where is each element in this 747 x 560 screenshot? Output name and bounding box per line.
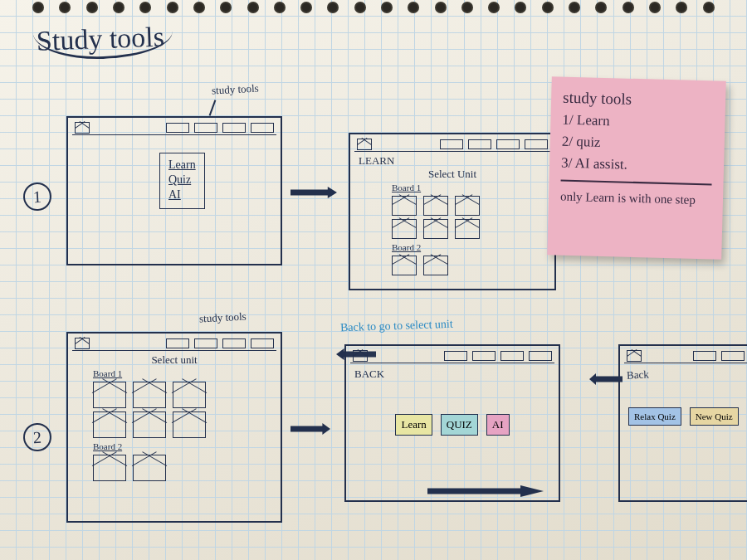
wireframe-2-topbar	[354, 137, 550, 152]
tile-learn[interactable]: Learn	[395, 414, 432, 436]
unit-thumb[interactable]	[455, 219, 480, 239]
sticky-note: study tools 1/ Learn 2/ quiz 3/ AI assis…	[547, 76, 726, 259]
unit-thumb[interactable]	[423, 196, 448, 216]
tile-new-quiz[interactable]: New Quiz	[690, 407, 739, 426]
unit-thumb[interactable]	[93, 411, 126, 438]
annotation-study-tools-2: study tools	[199, 310, 247, 326]
nav-tab[interactable]	[500, 351, 524, 361]
sticky-heading: study tools	[563, 89, 715, 111]
nav-tab[interactable]	[222, 338, 246, 348]
tile-relax-quiz[interactable]: Relax Quiz	[628, 407, 681, 426]
unit-thumb[interactable]	[133, 455, 166, 481]
nav-tab[interactable]	[166, 338, 189, 348]
unit-thumb[interactable]	[173, 411, 206, 438]
unit-thumb[interactable]	[392, 256, 417, 275]
unit-thumb[interactable]	[173, 382, 206, 408]
menu-quiz[interactable]: Quiz	[168, 173, 196, 187]
nav-tab[interactable]	[440, 139, 463, 149]
breadcrumb: LEARN	[359, 154, 546, 168]
unit-thumb[interactable]	[455, 196, 480, 216]
back-button[interactable]: BACK	[354, 368, 384, 381]
study-tools-menu: Learn Quiz AI	[159, 153, 205, 209]
board-2-label: Board 2	[93, 441, 272, 451]
wireframe-5-topbar	[624, 348, 747, 363]
unit-thumb[interactable]	[93, 382, 126, 408]
unit-thumb[interactable]	[392, 196, 417, 216]
board-1-label: Board 1	[392, 183, 546, 192]
unit-thumb[interactable]	[93, 455, 126, 481]
wireframe-3-select-unit: Select unit Board 1 Board 2	[66, 332, 282, 523]
wireframe-3-topbar	[72, 336, 276, 351]
nav-tab[interactable]	[251, 338, 274, 348]
unit-thumb[interactable]	[133, 411, 166, 438]
wireframe-1-menu: Learn Quiz AI	[66, 116, 282, 265]
nav-tab[interactable]	[194, 338, 217, 348]
board-1-label: Board 1	[93, 368, 272, 378]
nav-tab[interactable]	[525, 139, 548, 149]
heading-select-unit: Select Unit	[359, 168, 546, 181]
nav-tab[interactable]	[194, 123, 217, 133]
unit-thumb[interactable]	[133, 382, 166, 408]
wireframe-4-tool-tiles: BACK Learn QUIZ AI	[344, 344, 560, 502]
tile-quiz[interactable]: QUIZ	[441, 414, 478, 436]
close-icon[interactable]	[353, 350, 368, 362]
wireframe-1-topbar	[72, 120, 276, 135]
heading-select-unit: Select unit	[76, 353, 272, 367]
menu-learn[interactable]: Learn	[168, 158, 196, 172]
nav-tab[interactable]	[468, 139, 491, 149]
nav-tab[interactable]	[444, 351, 467, 361]
nav-tab[interactable]	[496, 139, 520, 149]
nav-tab[interactable]	[166, 123, 189, 133]
board-2-label: Board 2	[392, 242, 546, 252]
nav-tab[interactable]	[529, 351, 552, 361]
nav-tab[interactable]	[222, 123, 246, 133]
unit-thumb[interactable]	[423, 219, 448, 239]
sticky-item: 2/ quiz	[562, 134, 713, 154]
unit-thumb[interactable]	[392, 219, 417, 239]
nav-tab[interactable]	[251, 123, 274, 133]
tile-ai[interactable]: AI	[486, 414, 510, 436]
sticky-footer: only Learn is with one step	[560, 190, 711, 208]
close-icon[interactable]	[75, 122, 90, 134]
wireframe-4-topbar	[350, 348, 554, 363]
wireframe-5-quiz-options: Relax Quiz New Quiz	[618, 344, 747, 502]
nav-tab[interactable]	[721, 351, 745, 361]
close-icon[interactable]	[357, 139, 372, 150]
wireframe-2-learn-select: LEARN Select Unit Board 1 Board 2	[349, 133, 556, 290]
divider	[561, 180, 712, 186]
close-icon[interactable]	[627, 350, 642, 362]
close-icon[interactable]	[75, 338, 90, 349]
sticky-item: 3/ AI assist.	[561, 155, 712, 176]
nav-tab[interactable]	[472, 351, 496, 361]
unit-thumb[interactable]	[423, 256, 448, 275]
menu-ai[interactable]: AI	[168, 188, 196, 202]
sticky-item: 1/ Learn	[562, 112, 713, 133]
nav-tab[interactable]	[693, 351, 716, 361]
annotation-study-tools-1: study tools	[212, 82, 259, 98]
